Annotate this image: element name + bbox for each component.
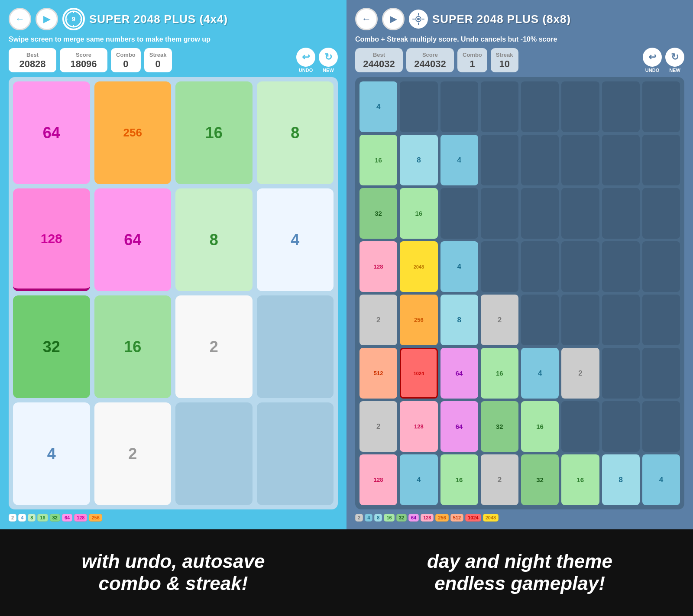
right-cell-1-4 — [521, 135, 559, 185]
right-cell-2-5 — [561, 188, 599, 239]
right-cell-6-4: 16 — [521, 401, 559, 452]
left-cell-2-0: 32 — [13, 295, 90, 398]
legend-item-2: 2 — [9, 514, 16, 522]
right-cell-7-7: 4 — [642, 454, 680, 505]
undo-icon: ↩ — [296, 48, 315, 67]
svg-rect-8 — [418, 23, 419, 25]
left-best-box: Best 20828 — [9, 48, 56, 72]
right-cell-3-6 — [602, 241, 640, 292]
right-cell-4-4 — [521, 295, 559, 345]
right-cell-2-7 — [642, 188, 680, 239]
right-cell-1-2: 4 — [440, 135, 478, 185]
svg-rect-9 — [412, 19, 415, 19]
left-banner: with undo, autosavecombo & streak! — [0, 529, 346, 616]
right-cell-3-4 — [521, 241, 559, 292]
left-panel: ← ▶ 9 SUPER 2048 PLUS (4x4) Swipe screen… — [0, 0, 346, 529]
right-cell-4-2: 8 — [440, 295, 478, 345]
right-panel: ← ▶ SUPER 2048 PLUS (8x8) Combo + Streak… — [346, 0, 693, 529]
right-game-title: SUPER 2048 PLUS (8x8) — [432, 13, 684, 26]
right-cell-3-2: 4 — [440, 241, 478, 292]
left-cell-0-1: 256 — [94, 81, 172, 184]
right-cell-0-3 — [481, 81, 518, 132]
legend-item-4: 4 — [365, 514, 372, 522]
right-cell-5-3: 16 — [481, 348, 518, 399]
right-cell-5-6 — [602, 348, 640, 399]
bottom-banners: with undo, autosavecombo & streak! day a… — [0, 529, 693, 616]
right-cell-7-5: 16 — [561, 454, 599, 505]
right-cell-4-0: 2 — [359, 295, 397, 345]
left-cell-3-0: 4 — [13, 402, 90, 505]
right-cell-5-1: 1024 — [400, 348, 437, 399]
left-cell-1-3: 4 — [257, 188, 334, 291]
left-score-box: Score 18096 — [60, 48, 107, 72]
left-cell-2-3 — [257, 295, 334, 398]
legend-item-64: 64 — [62, 514, 72, 522]
right-cell-0-0: 4 — [359, 81, 397, 132]
legend-item-32: 32 — [50, 514, 60, 522]
settings-icon[interactable] — [409, 10, 428, 29]
legend-item-16: 16 — [37, 514, 48, 522]
svg-text:9: 9 — [72, 16, 75, 23]
right-cell-5-5: 2 — [561, 348, 599, 399]
right-undo-button[interactable]: ↩ UNDO — [643, 48, 662, 73]
right-banner: day and night themeendless gameplay! — [346, 529, 693, 616]
right-cell-0-6 — [602, 81, 640, 132]
right-legend: 24816326412825651210242048 — [355, 514, 684, 522]
right-cell-4-1: 256 — [400, 295, 437, 345]
right-streak-box: Streak 10 — [491, 48, 518, 72]
right-cell-2-4 — [521, 188, 559, 239]
left-cell-0-2: 16 — [175, 81, 253, 184]
right-header: ← ▶ SUPER 2048 PLUS (8x8) — [355, 8, 684, 30]
right-cell-6-1: 128 — [400, 401, 437, 452]
right-banner-text: day and night themeendless gameplay! — [427, 551, 612, 594]
left-subtitle: Swipe screen to merge same numbers to ma… — [9, 36, 338, 43]
right-cell-6-3: 32 — [481, 401, 518, 452]
right-cell-0-7 — [642, 81, 680, 132]
right-cell-7-0: 128 — [359, 454, 397, 505]
right-cell-1-5 — [561, 135, 599, 185]
left-new-button[interactable]: ↻ NEW — [319, 48, 338, 73]
legend-item-4: 4 — [18, 514, 26, 522]
right-new-icon: ↻ — [665, 48, 684, 67]
right-best-box: Best 244032 — [355, 48, 403, 72]
left-score-bar: Best 20828 Score 18096 Combo 0 Streak 0 … — [9, 48, 338, 73]
back-button[interactable]: ← — [9, 8, 31, 30]
left-undo-button[interactable]: ↩ UNDO — [296, 48, 315, 73]
left-streak-box: Streak 0 — [144, 48, 172, 72]
right-cell-3-0: 128 — [359, 241, 397, 292]
left-cell-1-0: 128 — [13, 188, 90, 291]
right-cell-5-2: 64 — [440, 348, 478, 399]
legend-item-64: 64 — [408, 514, 419, 522]
left-combo-box: Combo 0 — [111, 48, 141, 72]
right-cell-3-7 — [642, 241, 680, 292]
right-back-button[interactable]: ← — [355, 8, 378, 30]
legend-item-8: 8 — [374, 514, 382, 522]
right-cell-4-6 — [602, 295, 640, 345]
right-cell-2-0: 32 — [359, 188, 397, 239]
right-cell-5-7 — [642, 348, 680, 399]
right-cell-6-6 — [602, 401, 640, 452]
right-cell-1-0: 16 — [359, 135, 397, 185]
right-cell-2-6 — [602, 188, 640, 239]
right-cell-0-4 — [521, 81, 559, 132]
timer-icon[interactable]: 9 — [62, 8, 85, 30]
left-header: ← ▶ 9 SUPER 2048 PLUS (4x4) — [9, 8, 338, 30]
svg-point-6 — [417, 18, 420, 20]
legend-item-1024: 1024 — [465, 514, 481, 522]
right-sound-button[interactable]: ▶ — [382, 8, 405, 30]
right-cell-4-5 — [561, 295, 599, 345]
right-score-bar: Best 244032 Score 244032 Combo 1 Streak … — [355, 48, 684, 73]
legend-item-256: 256 — [435, 514, 448, 522]
right-new-button[interactable]: ↻ NEW — [665, 48, 684, 73]
legend-item-2: 2 — [355, 514, 363, 522]
right-subtitle: Combo + Streak multiply score. Undo canc… — [355, 36, 684, 43]
left-cell-0-3: 8 — [257, 81, 334, 184]
right-cell-1-3 — [481, 135, 518, 185]
right-cell-6-7 — [642, 401, 680, 452]
right-cell-4-3: 2 — [481, 295, 518, 345]
sound-button[interactable]: ▶ — [36, 8, 58, 30]
right-cell-0-5 — [561, 81, 599, 132]
left-cell-3-3 — [257, 402, 334, 505]
right-score-box: Score 244032 — [406, 48, 454, 72]
legend-item-128: 128 — [421, 514, 434, 522]
